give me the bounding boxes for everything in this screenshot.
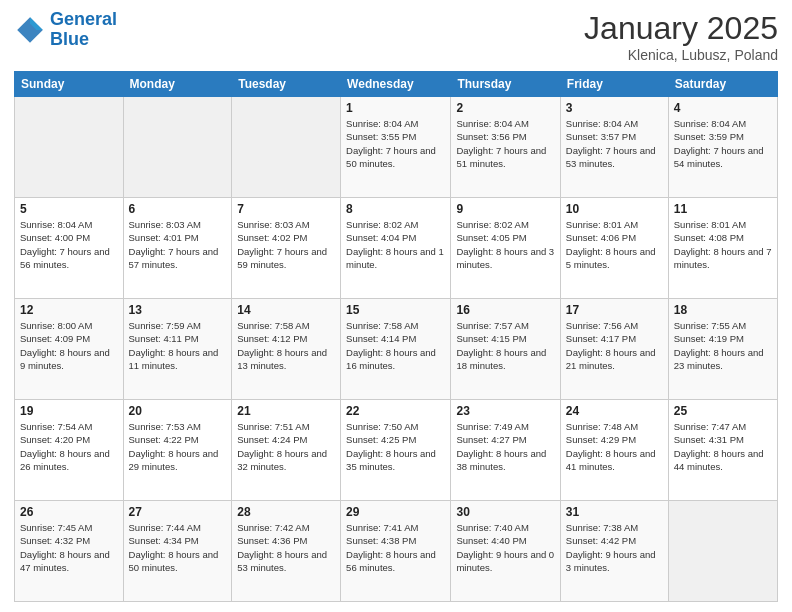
day-cell: 28Sunrise: 7:42 AM Sunset: 4:36 PM Dayli… [232, 501, 341, 602]
weekday-header-tuesday: Tuesday [232, 72, 341, 97]
week-row-1: 5Sunrise: 8:04 AM Sunset: 4:00 PM Daylig… [15, 198, 778, 299]
day-info: Sunrise: 7:41 AM Sunset: 4:38 PM Dayligh… [346, 521, 445, 574]
day-cell: 19Sunrise: 7:54 AM Sunset: 4:20 PM Dayli… [15, 400, 124, 501]
day-info: Sunrise: 7:49 AM Sunset: 4:27 PM Dayligh… [456, 420, 554, 473]
day-info: Sunrise: 7:59 AM Sunset: 4:11 PM Dayligh… [129, 319, 227, 372]
day-cell [668, 501, 777, 602]
weekday-header-monday: Monday [123, 72, 232, 97]
day-cell: 8Sunrise: 8:02 AM Sunset: 4:04 PM Daylig… [341, 198, 451, 299]
calendar-title: January 2025 [584, 10, 778, 47]
day-cell [123, 97, 232, 198]
day-number: 9 [456, 202, 554, 216]
day-info: Sunrise: 8:03 AM Sunset: 4:01 PM Dayligh… [129, 218, 227, 271]
day-info: Sunrise: 8:01 AM Sunset: 4:06 PM Dayligh… [566, 218, 663, 271]
day-number: 25 [674, 404, 772, 418]
day-number: 22 [346, 404, 445, 418]
logo: General Blue [14, 10, 117, 50]
week-row-0: 1Sunrise: 8:04 AM Sunset: 3:55 PM Daylig… [15, 97, 778, 198]
logo-text: General Blue [50, 10, 117, 50]
day-number: 28 [237, 505, 335, 519]
weekday-header-thursday: Thursday [451, 72, 560, 97]
day-cell: 23Sunrise: 7:49 AM Sunset: 4:27 PM Dayli… [451, 400, 560, 501]
weekday-header-friday: Friday [560, 72, 668, 97]
day-cell: 2Sunrise: 8:04 AM Sunset: 3:56 PM Daylig… [451, 97, 560, 198]
day-info: Sunrise: 8:02 AM Sunset: 4:05 PM Dayligh… [456, 218, 554, 271]
day-info: Sunrise: 7:58 AM Sunset: 4:14 PM Dayligh… [346, 319, 445, 372]
day-info: Sunrise: 8:02 AM Sunset: 4:04 PM Dayligh… [346, 218, 445, 271]
day-number: 5 [20, 202, 118, 216]
day-number: 27 [129, 505, 227, 519]
day-number: 4 [674, 101, 772, 115]
calendar-subtitle: Klenica, Lubusz, Poland [584, 47, 778, 63]
day-number: 3 [566, 101, 663, 115]
day-number: 14 [237, 303, 335, 317]
day-number: 23 [456, 404, 554, 418]
day-info: Sunrise: 8:04 AM Sunset: 4:00 PM Dayligh… [20, 218, 118, 271]
day-number: 18 [674, 303, 772, 317]
day-cell: 3Sunrise: 8:04 AM Sunset: 3:57 PM Daylig… [560, 97, 668, 198]
weekday-header-saturday: Saturday [668, 72, 777, 97]
day-number: 10 [566, 202, 663, 216]
day-cell: 10Sunrise: 8:01 AM Sunset: 4:06 PM Dayli… [560, 198, 668, 299]
day-info: Sunrise: 8:04 AM Sunset: 3:59 PM Dayligh… [674, 117, 772, 170]
logo-line2: Blue [50, 29, 89, 49]
logo-line1: General [50, 9, 117, 29]
day-number: 11 [674, 202, 772, 216]
day-number: 24 [566, 404, 663, 418]
day-number: 19 [20, 404, 118, 418]
day-cell: 5Sunrise: 8:04 AM Sunset: 4:00 PM Daylig… [15, 198, 124, 299]
header: General Blue January 2025 Klenica, Lubus… [14, 10, 778, 63]
day-cell: 26Sunrise: 7:45 AM Sunset: 4:32 PM Dayli… [15, 501, 124, 602]
day-number: 7 [237, 202, 335, 216]
day-number: 12 [20, 303, 118, 317]
day-number: 6 [129, 202, 227, 216]
day-info: Sunrise: 7:57 AM Sunset: 4:15 PM Dayligh… [456, 319, 554, 372]
calendar-table: SundayMondayTuesdayWednesdayThursdayFrid… [14, 71, 778, 602]
day-number: 13 [129, 303, 227, 317]
week-row-2: 12Sunrise: 8:00 AM Sunset: 4:09 PM Dayli… [15, 299, 778, 400]
logo-icon [14, 14, 46, 46]
day-cell: 16Sunrise: 7:57 AM Sunset: 4:15 PM Dayli… [451, 299, 560, 400]
day-cell: 1Sunrise: 8:04 AM Sunset: 3:55 PM Daylig… [341, 97, 451, 198]
day-cell: 12Sunrise: 8:00 AM Sunset: 4:09 PM Dayli… [15, 299, 124, 400]
page: General Blue January 2025 Klenica, Lubus… [0, 0, 792, 612]
day-number: 26 [20, 505, 118, 519]
day-cell: 25Sunrise: 7:47 AM Sunset: 4:31 PM Dayli… [668, 400, 777, 501]
day-cell: 14Sunrise: 7:58 AM Sunset: 4:12 PM Dayli… [232, 299, 341, 400]
day-cell: 15Sunrise: 7:58 AM Sunset: 4:14 PM Dayli… [341, 299, 451, 400]
week-row-4: 26Sunrise: 7:45 AM Sunset: 4:32 PM Dayli… [15, 501, 778, 602]
day-info: Sunrise: 7:56 AM Sunset: 4:17 PM Dayligh… [566, 319, 663, 372]
day-info: Sunrise: 8:03 AM Sunset: 4:02 PM Dayligh… [237, 218, 335, 271]
day-info: Sunrise: 7:58 AM Sunset: 4:12 PM Dayligh… [237, 319, 335, 372]
day-cell: 6Sunrise: 8:03 AM Sunset: 4:01 PM Daylig… [123, 198, 232, 299]
day-cell: 4Sunrise: 8:04 AM Sunset: 3:59 PM Daylig… [668, 97, 777, 198]
day-number: 29 [346, 505, 445, 519]
weekday-header-wednesday: Wednesday [341, 72, 451, 97]
day-number: 16 [456, 303, 554, 317]
day-cell: 24Sunrise: 7:48 AM Sunset: 4:29 PM Dayli… [560, 400, 668, 501]
day-cell [15, 97, 124, 198]
day-info: Sunrise: 8:04 AM Sunset: 3:56 PM Dayligh… [456, 117, 554, 170]
day-number: 30 [456, 505, 554, 519]
day-number: 21 [237, 404, 335, 418]
day-info: Sunrise: 7:38 AM Sunset: 4:42 PM Dayligh… [566, 521, 663, 574]
day-number: 2 [456, 101, 554, 115]
day-cell: 9Sunrise: 8:02 AM Sunset: 4:05 PM Daylig… [451, 198, 560, 299]
weekday-header-sunday: Sunday [15, 72, 124, 97]
title-block: January 2025 Klenica, Lubusz, Poland [584, 10, 778, 63]
day-number: 8 [346, 202, 445, 216]
day-info: Sunrise: 8:04 AM Sunset: 3:55 PM Dayligh… [346, 117, 445, 170]
day-info: Sunrise: 7:50 AM Sunset: 4:25 PM Dayligh… [346, 420, 445, 473]
day-info: Sunrise: 7:45 AM Sunset: 4:32 PM Dayligh… [20, 521, 118, 574]
day-cell: 20Sunrise: 7:53 AM Sunset: 4:22 PM Dayli… [123, 400, 232, 501]
day-cell: 27Sunrise: 7:44 AM Sunset: 4:34 PM Dayli… [123, 501, 232, 602]
day-cell [232, 97, 341, 198]
day-number: 31 [566, 505, 663, 519]
day-cell: 22Sunrise: 7:50 AM Sunset: 4:25 PM Dayli… [341, 400, 451, 501]
day-cell: 31Sunrise: 7:38 AM Sunset: 4:42 PM Dayli… [560, 501, 668, 602]
day-cell: 21Sunrise: 7:51 AM Sunset: 4:24 PM Dayli… [232, 400, 341, 501]
day-number: 17 [566, 303, 663, 317]
day-cell: 13Sunrise: 7:59 AM Sunset: 4:11 PM Dayli… [123, 299, 232, 400]
day-info: Sunrise: 8:00 AM Sunset: 4:09 PM Dayligh… [20, 319, 118, 372]
day-cell: 29Sunrise: 7:41 AM Sunset: 4:38 PM Dayli… [341, 501, 451, 602]
